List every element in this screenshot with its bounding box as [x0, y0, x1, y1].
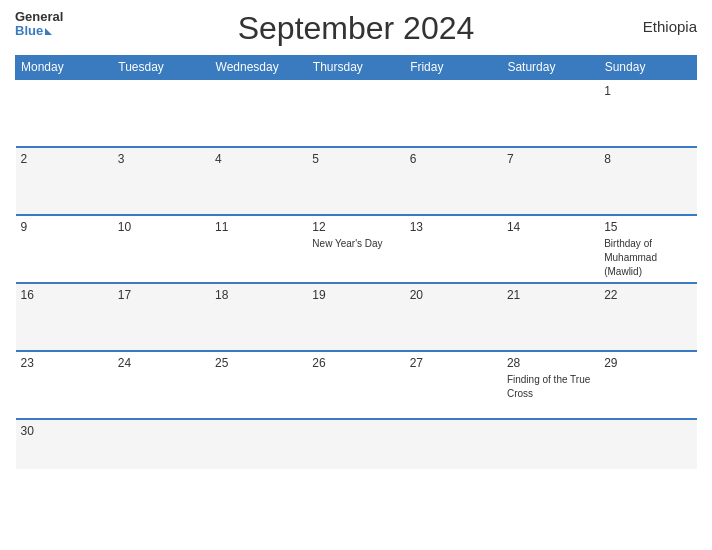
- calendar-cell: 21: [502, 283, 599, 351]
- weekday-thursday: Thursday: [307, 56, 404, 80]
- calendar-week-row: 232425262728Finding of the True Cross29: [16, 351, 697, 419]
- day-number: 2: [21, 152, 108, 166]
- calendar-cell: [502, 79, 599, 147]
- calendar-cell: 24: [113, 351, 210, 419]
- day-number: 13: [410, 220, 497, 234]
- day-number: 22: [604, 288, 691, 302]
- calendar-cell: 27: [405, 351, 502, 419]
- day-number: 3: [118, 152, 205, 166]
- calendar-week-row: 30: [16, 419, 697, 469]
- calendar-cell: [405, 419, 502, 469]
- day-number: 11: [215, 220, 302, 234]
- weekday-header-row: Monday Tuesday Wednesday Thursday Friday…: [16, 56, 697, 80]
- day-number: 14: [507, 220, 594, 234]
- day-number: 25: [215, 356, 302, 370]
- calendar-cell: [113, 419, 210, 469]
- calendar-cell: 28Finding of the True Cross: [502, 351, 599, 419]
- day-number: 10: [118, 220, 205, 234]
- country-label: Ethiopia: [643, 18, 697, 35]
- calendar-cell: 9: [16, 215, 113, 283]
- day-number: 16: [21, 288, 108, 302]
- day-number: 7: [507, 152, 594, 166]
- calendar-cell: [307, 79, 404, 147]
- calendar-cell: 19: [307, 283, 404, 351]
- day-number: 19: [312, 288, 399, 302]
- day-number: 21: [507, 288, 594, 302]
- calendar-cell: 1: [599, 79, 696, 147]
- day-number: 12: [312, 220, 399, 234]
- event-label: New Year's Day: [312, 238, 382, 249]
- weekday-sunday: Sunday: [599, 56, 696, 80]
- calendar-cell: 10: [113, 215, 210, 283]
- day-number: 28: [507, 356, 594, 370]
- calendar-cell: 8: [599, 147, 696, 215]
- weekday-friday: Friday: [405, 56, 502, 80]
- logo-general-text: General: [15, 10, 63, 24]
- day-number: 29: [604, 356, 691, 370]
- event-label: Birthday of Muhammad (Mawlid): [604, 238, 657, 277]
- calendar-table: Monday Tuesday Wednesday Thursday Friday…: [15, 55, 697, 469]
- calendar-cell: [210, 419, 307, 469]
- day-number: 27: [410, 356, 497, 370]
- day-number: 9: [21, 220, 108, 234]
- calendar-header: General Blue September 2024 Ethiopia: [15, 10, 697, 47]
- weekday-monday: Monday: [16, 56, 113, 80]
- calendar-cell: 4: [210, 147, 307, 215]
- day-number: 1: [604, 84, 691, 98]
- event-label: Finding of the True Cross: [507, 374, 590, 399]
- day-number: 18: [215, 288, 302, 302]
- day-number: 26: [312, 356, 399, 370]
- logo-triangle-icon: [45, 28, 52, 35]
- calendar-cell: 26: [307, 351, 404, 419]
- calendar-week-row: 1: [16, 79, 697, 147]
- calendar-cell: [599, 419, 696, 469]
- calendar-cell: 23: [16, 351, 113, 419]
- day-number: 15: [604, 220, 691, 234]
- calendar-cell: 5: [307, 147, 404, 215]
- weekday-saturday: Saturday: [502, 56, 599, 80]
- calendar-cell: [405, 79, 502, 147]
- calendar-week-row: 9101112New Year's Day131415Birthday of M…: [16, 215, 697, 283]
- day-number: 23: [21, 356, 108, 370]
- weekday-tuesday: Tuesday: [113, 56, 210, 80]
- calendar-cell: 13: [405, 215, 502, 283]
- calendar-cell: 30: [16, 419, 113, 469]
- day-number: 8: [604, 152, 691, 166]
- calendar-cell: 22: [599, 283, 696, 351]
- calendar-cell: 2: [16, 147, 113, 215]
- calendar-cell: [210, 79, 307, 147]
- day-number: 17: [118, 288, 205, 302]
- day-number: 4: [215, 152, 302, 166]
- calendar-cell: [113, 79, 210, 147]
- calendar-week-row: 2345678: [16, 147, 697, 215]
- calendar-cell: 17: [113, 283, 210, 351]
- calendar-cell: 29: [599, 351, 696, 419]
- day-number: 30: [21, 424, 108, 438]
- calendar-cell: 25: [210, 351, 307, 419]
- calendar-cell: 6: [405, 147, 502, 215]
- calendar-cell: 3: [113, 147, 210, 215]
- calendar-cell: 18: [210, 283, 307, 351]
- calendar-cell: 20: [405, 283, 502, 351]
- calendar-cell: 15Birthday of Muhammad (Mawlid): [599, 215, 696, 283]
- calendar-cell: [16, 79, 113, 147]
- weekday-wednesday: Wednesday: [210, 56, 307, 80]
- day-number: 24: [118, 356, 205, 370]
- calendar-cell: 14: [502, 215, 599, 283]
- month-title: September 2024: [238, 10, 475, 47]
- calendar-cell: 7: [502, 147, 599, 215]
- logo: General Blue: [15, 10, 63, 39]
- calendar-cell: 12New Year's Day: [307, 215, 404, 283]
- calendar-week-row: 16171819202122: [16, 283, 697, 351]
- logo-blue-text: Blue: [15, 24, 52, 38]
- day-number: 6: [410, 152, 497, 166]
- calendar-cell: [307, 419, 404, 469]
- calendar-cell: [502, 419, 599, 469]
- day-number: 20: [410, 288, 497, 302]
- calendar-cell: 16: [16, 283, 113, 351]
- calendar-cell: 11: [210, 215, 307, 283]
- day-number: 5: [312, 152, 399, 166]
